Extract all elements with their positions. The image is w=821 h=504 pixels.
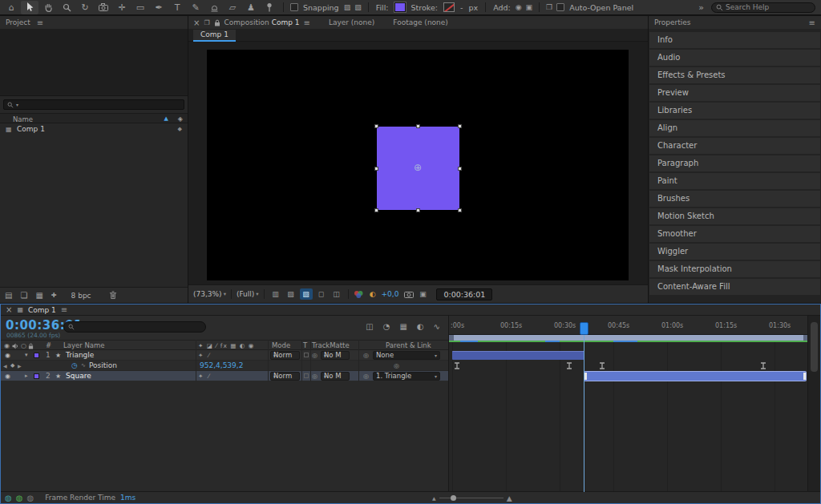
search-help-input[interactable] <box>726 3 811 11</box>
show-channel-icon[interactable] <box>354 290 364 299</box>
panel-tab-wiggler[interactable]: Wiggler <box>649 244 820 260</box>
position-value[interactable]: 952,4,539,2 <box>200 361 243 371</box>
workspace-icon[interactable]: ▣ <box>526 3 533 11</box>
panel-menu-icon[interactable]: ≡ <box>304 18 310 27</box>
home-icon[interactable]: ⌂ <box>2 1 20 14</box>
interpret-footage-icon[interactable]: ▤ <box>5 291 12 300</box>
stroke-label[interactable]: Stroke: <box>411 3 438 12</box>
zoom-out-mountain-icon[interactable]: ▲ <box>432 495 436 501</box>
label-column-icon[interactable]: ◈ <box>178 115 183 123</box>
matte-pickwhip-icon[interactable]: ◎ <box>312 350 317 361</box>
zoom-in-mountain-icon[interactable]: ▲ <box>507 494 512 502</box>
viewer-timecode[interactable]: 0:00:36:01 <box>436 288 492 300</box>
hand-tool-icon[interactable] <box>39 1 57 14</box>
name-column-header[interactable]: Name <box>13 115 33 123</box>
panel-tab-brushes[interactable]: Brushes <box>649 191 820 207</box>
property-name[interactable]: Position <box>89 361 117 371</box>
panel-tab-effects-presets[interactable]: Effects & Presets <box>649 67 820 83</box>
shy-layers-icon[interactable]: ◔ <box>383 322 390 331</box>
zoom-slider-handle[interactable] <box>451 495 456 501</box>
lock-icon[interactable] <box>214 19 220 26</box>
exposure-icon[interactable]: ◐ <box>366 288 379 300</box>
mask-visibility-icon[interactable]: ▧ <box>300 288 313 300</box>
brush-tool-icon[interactable]: ✎ <box>187 1 204 14</box>
layer-switches-icons[interactable]: ✦ ⁄ <box>198 371 211 381</box>
panel-tab-info[interactable]: Info <box>649 32 820 48</box>
parent-pickwhip-icon[interactable]: ◎ <box>363 350 369 361</box>
motion-blur-icon[interactable]: ◐ <box>417 322 424 331</box>
selection-handle[interactable] <box>416 208 420 212</box>
overflow-chevron-icon[interactable]: » <box>698 2 704 13</box>
snap-edges-icon[interactable]: ▧ <box>354 3 362 11</box>
parent-pickwhip-icon[interactable]: ◎ <box>363 371 369 381</box>
selection-handle[interactable] <box>374 167 378 171</box>
panel-tab-content-aware-fill[interactable]: Content-Aware Fill <box>649 279 820 295</box>
auto-open-panel-checkbox[interactable] <box>556 3 564 11</box>
selection-handle[interactable] <box>416 124 420 128</box>
project-search-box[interactable]: ▾ <box>3 99 184 110</box>
panel-tab-paint[interactable]: Paint <box>649 173 820 189</box>
selection-tool-icon[interactable] <box>21 1 38 14</box>
composition-frame[interactable]: ⊕ <box>207 50 629 280</box>
selection-handle[interactable] <box>458 167 462 171</box>
gpu-indicator-icon[interactable]: ◍ <box>5 494 12 502</box>
snap-features-icon[interactable]: ▨ <box>344 3 351 11</box>
color-depth-button[interactable]: 8 bpc <box>71 292 91 300</box>
search-options-chevron-icon[interactable]: ▾ <box>16 102 18 107</box>
matte-pickwhip-icon[interactable]: ◎ <box>312 371 317 381</box>
trash-icon[interactable] <box>109 291 117 300</box>
fill-color-swatch[interactable] <box>394 2 406 12</box>
panel-tab-audio[interactable]: Audio <box>649 50 820 66</box>
layer-label-color[interactable] <box>34 373 39 379</box>
panel-menu-icon[interactable]: ≡ <box>809 18 815 27</box>
layer-pane-empty-area[interactable] <box>1 381 448 492</box>
preserve-transparency-toggle[interactable] <box>304 353 309 357</box>
region-of-interest-icon[interactable]: ◻ <box>315 288 328 300</box>
pan-behind-tool-icon[interactable]: ✛ <box>113 1 131 14</box>
selection-handle[interactable] <box>458 124 462 128</box>
panel-tab-preview[interactable]: Preview <box>649 85 820 101</box>
panel-tab-mask-interpolation[interactable]: Mask Interpolation <box>649 261 820 277</box>
add-target-icon[interactable]: ◉ <box>516 3 522 11</box>
panel-tab-align[interactable]: Align <box>649 120 820 136</box>
composition-viewer[interactable]: ⊕ <box>188 42 648 284</box>
viewer-tab-comp1[interactable]: Comp 1 <box>193 30 236 42</box>
work-area-start-handle[interactable] <box>449 335 454 341</box>
keyframe-icon[interactable] <box>760 362 766 369</box>
selection-handle[interactable] <box>374 124 378 128</box>
snapping-checkbox[interactable] <box>290 3 298 11</box>
panel-menu-icon[interactable]: ≡ <box>61 305 67 314</box>
graph-toggle-icon[interactable]: ∿ <box>81 361 86 371</box>
parent-dropdown[interactable]: None▾ <box>373 351 440 360</box>
keyframe-icon[interactable] <box>454 362 460 369</box>
playhead[interactable] <box>580 322 588 335</box>
preserve-transparency-toggle[interactable] <box>304 373 309 378</box>
property-row-position[interactable]: ◀ ◆ ▶ ◷ ∿ Position 952,4,539,2 ◎ <box>1 361 448 371</box>
new-composition-icon[interactable]: ▦ <box>35 291 42 300</box>
cache-indicator-icon[interactable]: ◍ <box>16 494 23 502</box>
layer-name[interactable]: Square <box>66 371 91 381</box>
stroke-width-value[interactable]: - <box>460 3 463 12</box>
frame-blending-icon[interactable]: ▦ <box>399 322 406 331</box>
timeline-zoom-control[interactable]: ▲ ▲ <box>432 492 512 504</box>
project-search-input[interactable] <box>21 101 180 109</box>
layer-tab[interactable]: Layer (none) <box>329 18 374 26</box>
panel-tab-character[interactable]: Character <box>649 138 820 154</box>
layer-in-handle[interactable] <box>584 373 587 380</box>
project-settings-icon[interactable]: ✚ <box>51 292 57 299</box>
scrollbar-thumb[interactable] <box>811 322 818 372</box>
close-icon[interactable]: × <box>6 305 12 314</box>
timeline-track-area[interactable]: :00s 00:15s 00:30s 00:45s 01:00s 01:15s … <box>448 316 807 492</box>
orbit-camera-tool-icon[interactable]: ↻ <box>76 1 94 14</box>
layer-visibility-icon[interactable]: ◉ <box>5 350 10 361</box>
project-item-label[interactable]: Comp 1 <box>17 124 45 135</box>
timeline-tab[interactable]: Comp 1 <box>28 306 56 314</box>
view-layout-icon[interactable]: ◫ <box>330 288 343 300</box>
grid-guides-icon[interactable]: ▥ <box>269 288 282 300</box>
exposure-value[interactable]: +0,0 <box>382 290 399 298</box>
keyframe-icon[interactable] <box>566 362 572 369</box>
rectangle-tool-icon[interactable]: ▭ <box>131 1 149 14</box>
layer-duration-bar-square[interactable] <box>584 372 806 381</box>
timeline-ruler[interactable]: :00s 00:15s 00:30s 00:45s 01:00s 01:15s … <box>449 316 807 335</box>
panel-tab-motion-sketch[interactable]: Motion Sketch <box>649 208 820 224</box>
